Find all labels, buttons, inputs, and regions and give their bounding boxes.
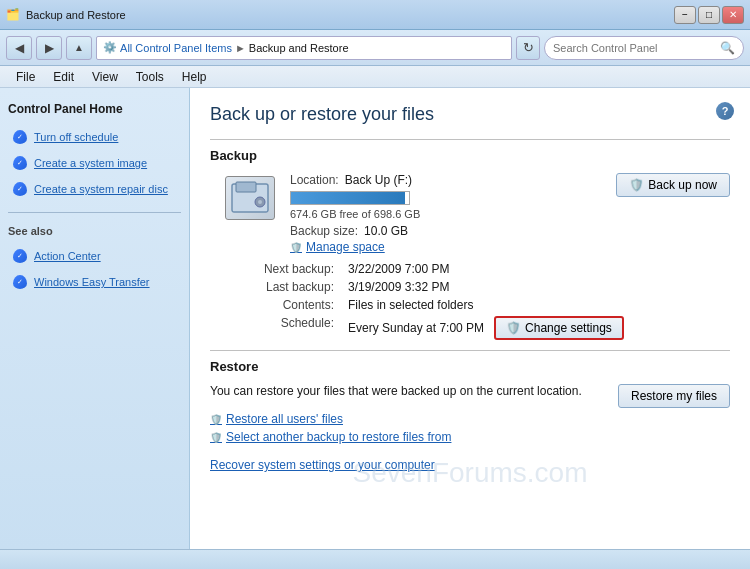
address-bar: ◀ ▶ ▲ ⚙️ All Control Panel Items ► Backu… (0, 30, 750, 66)
see-also-title: See also (8, 225, 181, 237)
backup-info-grid: Next backup: 3/22/2009 7:00 PM Last back… (220, 262, 730, 340)
menu-bar: File Edit View Tools Help (0, 66, 750, 88)
breadcrumb-separator: ► (235, 42, 246, 54)
next-backup-label: Next backup: (220, 262, 340, 276)
sidebar-link-action-center[interactable]: Action Center (8, 245, 181, 267)
backup-section-title: Backup (210, 148, 730, 163)
menu-tools[interactable]: Tools (128, 68, 172, 86)
breadcrumb: ⚙️ All Control Panel Items ► Backup and … (96, 36, 512, 60)
menu-file[interactable]: File (8, 68, 43, 86)
title-bar-left: 🗂️ Backup and Restore (6, 8, 126, 21)
recover-system-row: Recover system settings or your computer (210, 458, 730, 472)
shield-icon-5 (12, 274, 28, 290)
next-backup-value: 3/22/2009 7:00 PM (348, 262, 730, 276)
last-backup-value: 3/19/2009 3:32 PM (348, 280, 730, 294)
select-another-backup-link[interactable]: 🛡️ Select another backup to restore file… (210, 430, 730, 444)
disk-free-text: 674.6 GB free of 698.6 GB (290, 208, 420, 220)
recover-system-link[interactable]: Recover system settings or your computer (210, 458, 730, 472)
schedule-label: Schedule: (220, 316, 340, 340)
progress-bar-fill (291, 192, 405, 204)
restore-my-files-label: Restore my files (631, 389, 717, 403)
select-another-icon: 🛡️ (210, 432, 222, 443)
select-another-backup-label: Select another backup to restore files f… (226, 430, 451, 444)
search-box: 🔍 (544, 36, 744, 60)
up-button[interactable]: ▲ (66, 36, 92, 60)
backup-now-button[interactable]: 🛡️ Back up now (616, 173, 730, 197)
sidebar-link-label-2: Create a system image (34, 157, 147, 169)
restore-my-files-button[interactable]: Restore my files (618, 384, 730, 408)
restore-all-users-label: Restore all users' files (226, 412, 343, 426)
restore-links: 🛡️ Restore all users' files 🛡️ Select an… (210, 412, 730, 444)
disk-visual (225, 176, 275, 220)
search-icon: 🔍 (720, 41, 735, 55)
sidebar-link-label-3: Create a system repair disc (34, 183, 168, 195)
backup-divider (210, 139, 730, 140)
menu-help[interactable]: Help (174, 68, 215, 86)
change-settings-button[interactable]: 🛡️ Change settings (494, 316, 624, 340)
sidebar-divider (8, 212, 181, 213)
minimize-button[interactable]: − (674, 6, 696, 24)
maximize-button[interactable]: □ (698, 6, 720, 24)
menu-edit[interactable]: Edit (45, 68, 82, 86)
manage-space-label: Manage space (306, 240, 385, 254)
breadcrumb-icon: ⚙️ (103, 41, 117, 54)
breadcrumb-root[interactable]: All Control Panel Items (120, 42, 232, 54)
schedule-row: Every Sunday at 7:00 PM 🛡️ Change settin… (348, 316, 730, 340)
backup-size-label: Backup size: (290, 224, 358, 238)
refresh-button[interactable]: ↻ (516, 36, 540, 60)
location-label: Location: (290, 173, 339, 187)
window-title: Backup and Restore (26, 9, 126, 21)
sidebar-link-create-repair-disc[interactable]: Create a system repair disc (8, 178, 181, 200)
sidebar-link-windows-easy-transfer[interactable]: Windows Easy Transfer (8, 271, 181, 293)
backup-now-icon: 🛡️ (629, 178, 644, 192)
manage-space-icon: 🛡️ (290, 242, 302, 253)
contents-label: Contents: (220, 298, 340, 312)
location-info: Location: Back Up (F:) 674.6 GB free of … (290, 173, 420, 254)
manage-space-link[interactable]: 🛡️ Manage space (290, 240, 420, 254)
change-settings-icon: 🛡️ (506, 321, 521, 335)
restore-divider (210, 350, 730, 351)
close-button[interactable]: ✕ (722, 6, 744, 24)
restore-text: You can restore your files that were bac… (210, 384, 608, 398)
back-button[interactable]: ◀ (6, 36, 32, 60)
search-input[interactable] (553, 42, 716, 54)
sidebar-link-create-system-image[interactable]: Create a system image (8, 152, 181, 174)
recover-system-label: Recover system settings or your computer (210, 458, 435, 472)
title-bar-controls: − □ ✕ (674, 6, 744, 24)
progress-bar (290, 191, 410, 205)
restore-all-users-link[interactable]: 🛡️ Restore all users' files (210, 412, 730, 426)
restore-section-title: Restore (210, 359, 730, 374)
change-settings-label: Change settings (525, 321, 612, 335)
shield-icon-2 (12, 155, 28, 171)
last-backup-label: Last backup: (220, 280, 340, 294)
content-area: ? Back up or restore your files Backup (190, 88, 750, 549)
main-layout: Control Panel Home Turn off schedule Cre… (0, 88, 750, 549)
svg-point-3 (258, 200, 262, 204)
restore-all-icon: 🛡️ (210, 414, 222, 425)
title-bar: 🗂️ Backup and Restore − □ ✕ (0, 0, 750, 30)
restore-row: You can restore your files that were bac… (210, 384, 730, 408)
sidebar-title: Control Panel Home (8, 98, 181, 122)
sidebar-link-turn-off-schedule[interactable]: Turn off schedule (8, 126, 181, 148)
disk-icon (220, 173, 280, 223)
sidebar: Control Panel Home Turn off schedule Cre… (0, 88, 190, 549)
backup-now-label: Back up now (648, 178, 717, 192)
backup-size-value: 10.0 GB (364, 224, 408, 238)
shield-icon-4 (12, 248, 28, 264)
menu-view[interactable]: View (84, 68, 126, 86)
svg-rect-1 (236, 182, 256, 192)
window-icon: 🗂️ (6, 8, 20, 21)
forward-button[interactable]: ▶ (36, 36, 62, 60)
help-button[interactable]: ? (716, 102, 734, 120)
contents-value: Files in selected folders (348, 298, 730, 312)
status-bar (0, 549, 750, 569)
schedule-value: Every Sunday at 7:00 PM (348, 321, 484, 335)
page-title: Back up or restore your files (210, 104, 730, 125)
breadcrumb-current: Backup and Restore (249, 42, 349, 54)
location-value: Back Up (F:) (345, 173, 412, 187)
sidebar-link-label-1: Turn off schedule (34, 131, 118, 143)
sidebar-see-also-label-1: Action Center (34, 250, 101, 262)
shield-icon-1 (12, 129, 28, 145)
sidebar-see-also-label-2: Windows Easy Transfer (34, 276, 150, 288)
shield-icon-3 (12, 181, 28, 197)
